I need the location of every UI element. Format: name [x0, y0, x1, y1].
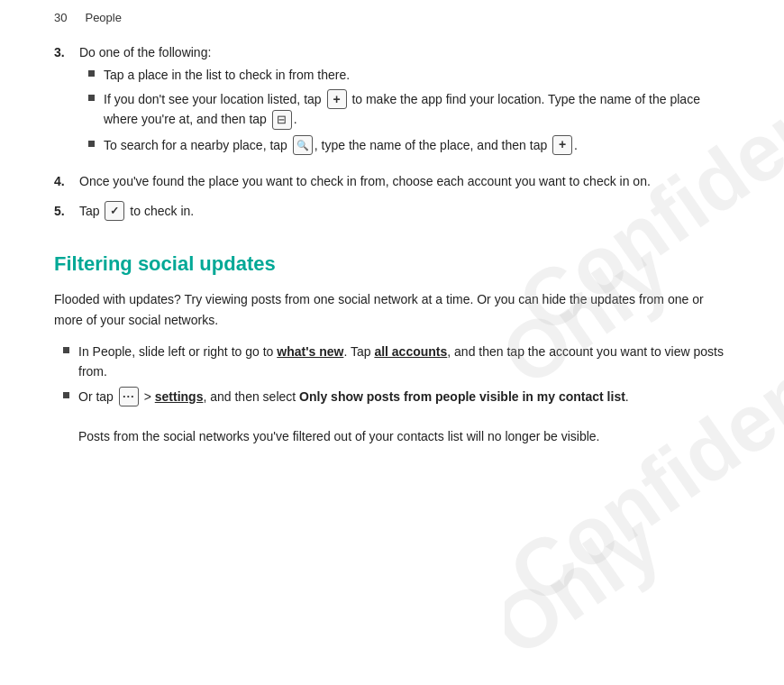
steps-list: 3. Do one of the following: Tap a place … — [54, 43, 730, 223]
bullet-square-icon — [63, 347, 69, 353]
page-container: 30 People 3. Do one of the following: Ta… — [0, 0, 784, 470]
filter-bullet-1: In People, slide left or right to go to … — [54, 342, 730, 381]
filtering-intro: Flooded with updates? Try viewing posts … — [54, 289, 730, 330]
page-header: 30 People — [54, 9, 730, 27]
dots-icon — [119, 387, 139, 406]
filter-bullet-2: Or tap > settings, and then select Only … — [54, 388, 730, 447]
step-5: 5. Tap to check in. — [54, 202, 730, 222]
step-3: 3. Do one of the following: Tap a place … — [54, 43, 730, 162]
filter-bullet-1-text: In People, slide left or right to go to … — [78, 342, 730, 381]
bullet-3-3-text: To search for a nearby place, tap , type… — [104, 136, 730, 156]
save-icon — [272, 110, 292, 130]
bullet-square-icon — [88, 141, 95, 147]
step-5-label: 5. — [54, 202, 79, 222]
checkin-icon — [105, 201, 124, 221]
step-3-intro: Do one of the following: — [79, 45, 211, 59]
filtering-section-heading: Filtering social updates — [54, 249, 730, 279]
step-4-label: 4. — [54, 172, 79, 191]
page-number: 30 — [54, 9, 67, 27]
step-3-bullet-1: Tap a place in the list to check in from… — [79, 66, 730, 86]
step-3-content: Do one of the following: Tap a place in … — [79, 43, 730, 162]
bullet-3-2-text: If you don't see your location listed, t… — [104, 90, 730, 131]
plus-icon-2 — [552, 135, 572, 155]
step-5-text: Tap to check in. — [79, 204, 194, 218]
step-5-content: Tap to check in. — [79, 202, 730, 222]
bullet-3-1-text: Tap a place in the list to check in from… — [104, 66, 730, 86]
bullet-square-icon — [88, 70, 95, 77]
step-3-label: 3. — [54, 43, 79, 162]
filter-bullet-2-text: Or tap > settings, and then select Only … — [78, 388, 730, 447]
step-4: 4. Once you've found the place you want … — [54, 172, 730, 191]
bullet-square-icon — [63, 392, 69, 398]
watermark-line-4: Only — [505, 498, 676, 649]
watermark-line-3: Confidential — [505, 279, 784, 621]
page-title-header: People — [85, 9, 121, 27]
search-icon — [293, 135, 313, 155]
step-3-bullet-2: If you don't see your location listed, t… — [79, 90, 730, 131]
step-4-text: Once you've found the place you want to … — [79, 174, 651, 188]
filtering-bullets: In People, slide left or right to go to … — [54, 342, 730, 446]
step-4-content: Once you've found the place you want to … — [79, 172, 730, 191]
plus-icon — [327, 89, 347, 109]
step-3-bullets: Tap a place in the list to check in from… — [79, 66, 730, 157]
bullet-square-icon — [88, 95, 95, 101]
step-3-bullet-3: To search for a nearby place, tap , type… — [79, 136, 730, 156]
